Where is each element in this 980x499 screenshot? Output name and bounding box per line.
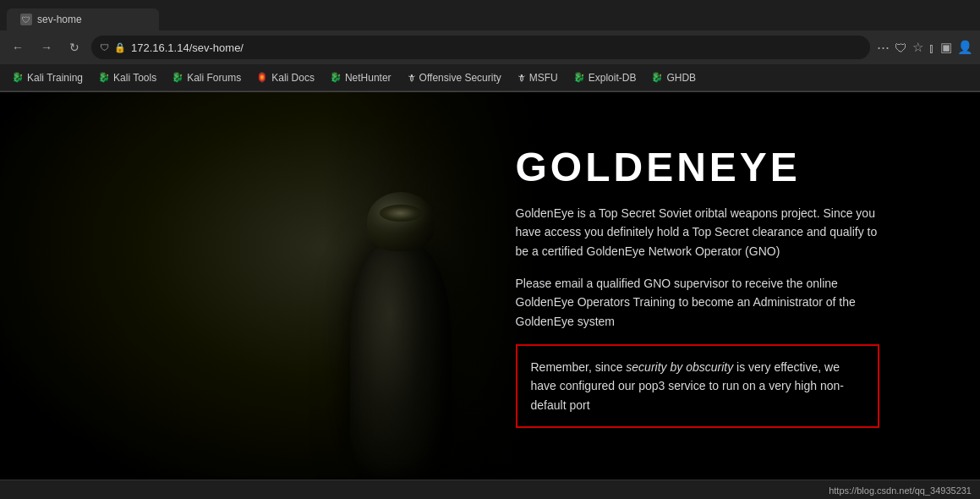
background-image <box>0 92 539 480</box>
kali-training-label: Kali Training <box>27 72 83 84</box>
bookmark-ghdb[interactable]: 🐉 GHDB <box>644 69 703 86</box>
exploit-db-icon: 🐉 <box>573 72 585 83</box>
page-description-2: Please email a qualified GNO supervisor … <box>516 274 879 331</box>
reload-button[interactable]: ↻ <box>64 37 85 58</box>
bookmark-star-icon[interactable]: ☆ <box>912 40 923 55</box>
page-description-1: GoldenEye is a Top Secret Soviet oribtal… <box>516 204 879 260</box>
bookmark-kali-training[interactable]: 🐉 Kali Training <box>5 69 90 86</box>
tab-favicon: 🛡 <box>20 14 32 25</box>
address-text: 172.16.1.14/sev-home/ <box>131 41 244 54</box>
nethunter-label: NetHunter <box>345 72 391 84</box>
kali-forums-icon: 🐉 <box>172 72 183 83</box>
nav-bar: ← → ↻ 🛡 🔒 172.16.1.14/sev-home/ ··· 🛡 ☆ … <box>0 30 980 64</box>
back-button[interactable]: ← <box>7 37 29 58</box>
tab-bar: 🛡 sev-home <box>0 0 980 30</box>
msfu-icon: 🗡 <box>517 73 526 83</box>
bookmark-kali-docs[interactable]: 🏮 Kali Docs <box>249 69 321 86</box>
offensive-security-label: Offensive Security <box>419 72 501 84</box>
ghdb-label: GHDB <box>666 72 696 84</box>
bookmark-kali-tools[interactable]: 🐉 Kali Tools <box>91 69 163 86</box>
kali-tools-icon: 🐉 <box>98 72 110 83</box>
highlight-italic: security by obscurity <box>626 360 733 374</box>
page-title: GOLDENEYE <box>516 144 955 190</box>
kali-forums-label: Kali Forums <box>187 72 241 84</box>
highlight-text: Remember, since security by obscurity is… <box>531 358 864 414</box>
page-content: GOLDENEYE GoldenEye is a Top Secret Sovi… <box>0 92 980 480</box>
highlight-box: Remember, since security by obscurity is… <box>516 344 879 428</box>
library-icon[interactable]: ⫿ <box>928 41 935 55</box>
bookmark-kali-forums[interactable]: 🐉 Kali Forums <box>165 69 248 86</box>
msfu-label: MSFU <box>529 72 558 84</box>
ghdb-icon: 🐉 <box>651 72 663 83</box>
shield-icon: 🛡 <box>100 42 109 52</box>
active-tab[interactable]: 🛡 sev-home <box>7 8 159 30</box>
offensive-security-icon: 🗡 <box>407 73 416 83</box>
nav-right-icons: ··· 🛡 ☆ ⫿ ▣ 👤 <box>877 39 973 57</box>
bookmark-msfu[interactable]: 🗡 MSFU <box>510 69 565 86</box>
more-button[interactable]: ··· <box>877 39 890 57</box>
kali-docs-icon: 🏮 <box>256 72 268 83</box>
bookmarks-bar: 🐉 Kali Training 🐉 Kali Tools 🐉 Kali Foru… <box>0 64 980 91</box>
kali-training-icon: 🐉 <box>12 72 24 83</box>
bookmark-exploit-db[interactable]: 🐉 Exploit-DB <box>567 69 643 86</box>
lock-icon: 🔒 <box>114 42 126 53</box>
right-content: GOLDENEYE GoldenEye is a Top Secret Sovi… <box>490 92 981 480</box>
shield-check-icon[interactable]: 🛡 <box>895 41 907 55</box>
exploit-db-label: Exploit-DB <box>589 72 637 84</box>
kali-tools-label: Kali Tools <box>113 72 156 84</box>
highlight-prefix: Remember, since <box>531 360 627 374</box>
tab-title: sev-home <box>37 14 82 25</box>
bookmark-offensive-security[interactable]: 🗡 Offensive Security <box>400 69 508 86</box>
account-icon[interactable]: 👤 <box>957 40 973 55</box>
sidebar-icon[interactable]: ▣ <box>940 40 952 55</box>
address-bar[interactable]: 🛡 🔒 172.16.1.14/sev-home/ <box>91 36 870 59</box>
forward-button[interactable]: → <box>36 37 57 58</box>
kali-docs-label: Kali Docs <box>271 72 315 84</box>
bookmark-nethunter[interactable]: 🐉 NetHunter <box>323 69 398 86</box>
status-url: https://blog.csdn.net/qq_34935231 <box>829 485 972 496</box>
status-bar: https://blog.csdn.net/qq_34935231 <box>0 480 980 499</box>
nethunter-icon: 🐉 <box>330 72 342 83</box>
